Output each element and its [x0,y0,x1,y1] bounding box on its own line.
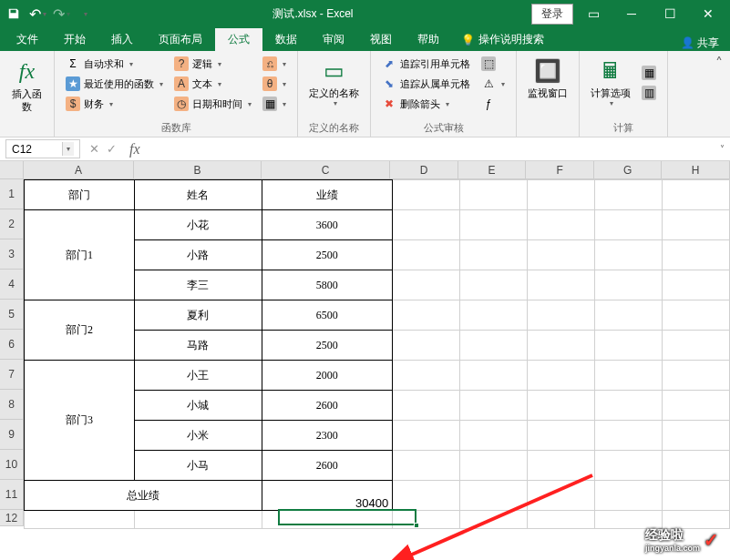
cell[interactable]: 2600 [262,391,393,421]
cell[interactable] [528,300,595,331]
cell[interactable] [595,210,663,240]
tab-review[interactable]: 审阅 [310,28,357,51]
column-headers[interactable]: ABCDEFGH [24,161,730,179]
cell[interactable] [528,240,595,270]
cell[interactable] [595,391,663,421]
autosum-button[interactable]: Σ自动求和▾ [60,55,169,73]
financial-button[interactable]: $财务▾ [60,95,169,113]
chevron-down-icon[interactable]: ▾ [62,142,74,156]
cell[interactable]: 2500 [262,331,393,361]
math-button[interactable]: θ▾ [257,75,292,93]
row-header-1[interactable]: 1 [0,179,24,209]
cell[interactable] [663,180,730,210]
minimize-button[interactable]: ─ [613,1,650,26]
cell[interactable]: 马路 [135,331,262,361]
cell[interactable] [528,511,595,529]
cell[interactable] [595,511,663,529]
cell[interactable] [393,210,460,240]
cell[interactable]: 总业绩 [25,481,262,511]
cell[interactable] [595,331,663,361]
worksheet[interactable]: ABCDEFGH 123456789101112 部门姓名业绩部门1小花3600… [0,161,730,560]
cell[interactable] [663,331,730,361]
cell[interactable]: 5800 [262,270,393,300]
cell[interactable] [460,300,528,331]
cell[interactable] [528,481,595,511]
cell[interactable] [528,391,595,421]
tab-formulas[interactable]: 公式 [215,28,262,51]
cell[interactable] [663,270,730,300]
remove-arrows-button[interactable]: ✖删除箭头▾ [376,95,476,113]
cell[interactable]: 小路 [135,240,262,270]
cell[interactable] [460,421,528,451]
error-check-button[interactable]: ⚠▾ [476,75,510,93]
show-formulas-button[interactable]: ⬚ [476,55,510,73]
row-header-2[interactable]: 2 [0,209,24,239]
cell[interactable] [663,210,730,240]
cell[interactable]: 李三 [135,270,262,300]
cell[interactable] [528,210,595,240]
cell[interactable]: 部门2 [25,300,135,361]
cell[interactable]: 3600 [262,210,393,240]
row-header-12[interactable]: 12 [0,510,24,526]
cell[interactable] [393,511,460,529]
cell[interactable] [460,270,528,300]
cells-area[interactable]: 部门姓名业绩部门1小花3600小路2500李三5800部门2夏利6500马路25… [24,179,730,529]
cell-total[interactable]: 30400 [262,481,393,511]
calc-sheet-button[interactable]: ▥ [636,84,662,102]
tab-file[interactable]: 文件 [4,28,51,51]
cell[interactable]: 夏利 [135,300,262,331]
row-header-10[interactable]: 10 [0,450,24,480]
undo-icon[interactable]: ↶▾ [27,4,47,24]
cancel-formula-icon[interactable]: ✕ [89,142,99,156]
cell[interactable] [393,481,460,511]
row-header-4[interactable]: 4 [0,270,24,300]
lookup-button[interactable]: ⎌▾ [257,55,292,73]
text-fn-button[interactable]: A文本▾ [169,75,257,93]
collapse-ribbon-icon[interactable]: ˄ [708,51,730,137]
row-header-3[interactable]: 3 [0,239,24,270]
col-header-E[interactable]: E [458,161,527,178]
cell[interactable]: 部门 [25,180,135,210]
cell[interactable] [135,511,262,529]
cell[interactable] [460,451,528,481]
cell[interactable] [460,361,528,391]
row-header-5[interactable]: 5 [0,300,24,330]
defined-names-button[interactable]: ▭ 定义的名称 ▾ [303,55,365,111]
cell[interactable] [663,361,730,391]
cell[interactable] [393,300,460,331]
cell[interactable] [595,451,663,481]
trace-dependents-button[interactable]: ⬊追踪从属单元格 [376,75,476,93]
cell[interactable]: 2500 [262,240,393,270]
row-headers[interactable]: 123456789101112 [0,179,24,526]
cell[interactable] [595,481,663,511]
cell[interactable] [393,391,460,421]
cell[interactable] [528,361,595,391]
row-header-9[interactable]: 9 [0,420,24,450]
cell[interactable] [595,421,663,451]
logical-button[interactable]: ?逻辑▾ [169,55,257,73]
cell[interactable] [393,421,460,451]
cell[interactable] [393,451,460,481]
formula-input[interactable] [146,141,715,158]
close-button[interactable]: ✕ [690,1,726,26]
col-header-A[interactable]: A [24,161,134,178]
cell[interactable] [460,511,528,529]
cell[interactable]: 2300 [262,421,393,451]
tab-help[interactable]: 帮助 [405,28,452,51]
cell[interactable]: 部门3 [25,361,135,481]
cell[interactable]: 小米 [135,421,262,451]
cell[interactable] [595,270,663,300]
calc-now-button[interactable]: ▦ [636,64,662,82]
col-header-B[interactable]: B [134,161,262,178]
maximize-button[interactable]: ☐ [652,1,688,26]
enter-formula-icon[interactable]: ✓ [107,142,117,156]
datetime-button[interactable]: ◷日期和时间▾ [169,95,257,113]
cell[interactable] [460,240,528,270]
share-button[interactable]: 👤 共享 [681,36,719,51]
fx-icon[interactable]: fx [124,141,146,158]
cell[interactable] [393,180,460,210]
watch-window-button[interactable]: 🔲 监视窗口 [522,55,573,101]
save-icon[interactable] [4,4,24,24]
cell[interactable] [663,511,730,529]
recent-fn-button[interactable]: ★最近使用的函数▾ [60,75,169,93]
